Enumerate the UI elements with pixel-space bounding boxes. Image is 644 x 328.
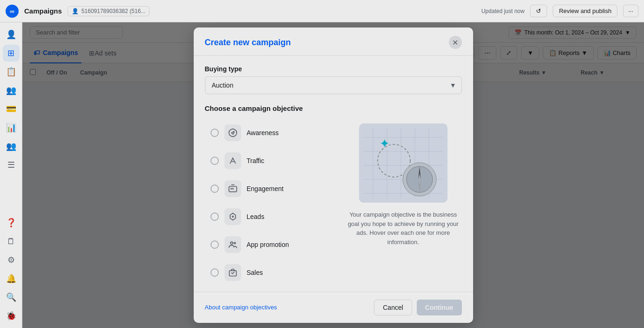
sidebar-icon-debug[interactable]: 🐞 bbox=[3, 308, 20, 324]
create-campaign-modal: Create new campaign ✕ Buying type Auctio… bbox=[194, 27, 473, 323]
modal-close-button[interactable]: ✕ bbox=[449, 36, 462, 49]
app-promotion-radio[interactable] bbox=[210, 240, 219, 249]
buying-type-label: Buying type bbox=[205, 65, 462, 73]
review-publish-button[interactable]: Review and publish bbox=[553, 5, 617, 17]
account-number: 516091789036382 (516... bbox=[81, 8, 145, 14]
close-icon: ✕ bbox=[452, 38, 458, 47]
traffic-icon bbox=[224, 152, 241, 169]
sidebar-icon-people[interactable]: 👥 bbox=[3, 82, 20, 99]
traffic-label: Traffic bbox=[247, 157, 264, 164]
sidebar-icon-audience[interactable]: 👥 bbox=[3, 138, 20, 155]
leads-label: Leads bbox=[247, 213, 264, 220]
modal-footer: About campaign objectives Cancel Continu… bbox=[194, 292, 473, 323]
svg-text:✦: ✦ bbox=[380, 137, 390, 150]
preview-illustration: ✦ bbox=[359, 123, 447, 203]
buying-type-select[interactable]: Auction Reservation No Buy bbox=[205, 76, 462, 94]
preview-description: Your campaign objective is the business … bbox=[345, 210, 461, 246]
modal-content-row: Awareness Traffic bbox=[205, 120, 462, 286]
awareness-icon bbox=[224, 124, 241, 141]
objectives-list: Awareness Traffic bbox=[205, 120, 334, 286]
svg-point-5 bbox=[234, 242, 235, 244]
about-objectives-link[interactable]: About campaign objectives bbox=[205, 304, 277, 311]
app-background: ∞ Campaigns 👤 516091789036382 (516... Up… bbox=[0, 0, 644, 328]
footer-buttons: Cancel Continue bbox=[374, 300, 461, 315]
modal-title: Create new campaign bbox=[205, 38, 291, 48]
awareness-radio[interactable] bbox=[210, 129, 219, 137]
modal-header: Create new campaign ✕ bbox=[194, 27, 473, 56]
objective-sales[interactable]: Sales bbox=[205, 260, 334, 286]
sidebar-icon-chart[interactable]: 📊 bbox=[3, 119, 20, 136]
sidebar-icon-user[interactable]: 👤 bbox=[3, 26, 20, 43]
awareness-label: Awareness bbox=[247, 129, 279, 137]
modal-overlay: Create new campaign ✕ Buying type Auctio… bbox=[22, 22, 644, 328]
sidebar-icon-grid[interactable]: ⊞ bbox=[3, 45, 20, 62]
sidebar-icon-search[interactable]: 🔍 bbox=[3, 289, 20, 306]
svg-point-4 bbox=[230, 242, 233, 244]
sidebar-icon-menu[interactable]: ☰ bbox=[3, 157, 20, 173]
cancel-button[interactable]: Cancel bbox=[374, 300, 412, 315]
objective-traffic[interactable]: Traffic bbox=[205, 148, 334, 174]
sidebar-icon-clipboard[interactable]: 📋 bbox=[3, 63, 20, 80]
objective-app-promotion[interactable]: App promotion bbox=[205, 232, 334, 258]
sales-radio[interactable] bbox=[210, 268, 219, 277]
update-status: Updated just now bbox=[481, 8, 525, 14]
engagement-radio[interactable] bbox=[210, 184, 219, 193]
sidebar: 👤 ⊞ 📋 👥 💳 📊 👥 ☰ ❓ 🗒 ⚙ 🔔 🔍 🐞 bbox=[0, 22, 22, 328]
objective-leads[interactable]: Leads bbox=[205, 204, 334, 230]
engagement-label: Engagement bbox=[247, 185, 284, 192]
page-title: Campaigns bbox=[24, 7, 62, 15]
modal-body: Buying type Auction Reservation No Buy ▼… bbox=[194, 56, 473, 292]
objective-engagement[interactable]: Engagement bbox=[205, 176, 334, 202]
sidebar-icon-notifications[interactable]: 🔔 bbox=[3, 270, 20, 287]
more-options-button[interactable]: ··· bbox=[623, 5, 638, 17]
account-selector[interactable]: 👤 516091789036382 (516... bbox=[68, 6, 149, 16]
traffic-radio[interactable] bbox=[210, 157, 219, 165]
objective-section-title: Choose a campaign objective bbox=[205, 104, 462, 112]
sidebar-icon-help[interactable]: ❓ bbox=[3, 214, 20, 231]
grid-illustration: ✦ bbox=[359, 123, 447, 203]
sales-label: Sales bbox=[247, 269, 263, 276]
main-content: 📅 This month: Oct 1, 2024 – Oct 29, 2024… bbox=[22, 22, 644, 328]
top-bar: ∞ Campaigns 👤 516091789036382 (516... Up… bbox=[0, 0, 644, 22]
preview-panel: ✦ Your campaign objective is the busines… bbox=[345, 120, 461, 286]
app-promotion-label: App promotion bbox=[247, 241, 289, 248]
objective-awareness[interactable]: Awareness bbox=[205, 120, 334, 146]
svg-rect-7 bbox=[359, 123, 447, 203]
buying-type-field: Auction Reservation No Buy ▼ bbox=[205, 76, 462, 94]
app-promotion-icon bbox=[224, 236, 241, 253]
continue-button[interactable]: Continue bbox=[417, 300, 462, 315]
refresh-button[interactable]: ↺ bbox=[530, 5, 547, 17]
leads-radio[interactable] bbox=[210, 212, 219, 221]
main-layout: 👤 ⊞ 📋 👥 💳 📊 👥 ☰ ❓ 🗒 ⚙ 🔔 🔍 🐞 📅 bbox=[0, 22, 644, 328]
meta-logo: ∞ bbox=[6, 5, 19, 18]
leads-icon bbox=[224, 208, 241, 225]
sidebar-icon-settings[interactable]: ⚙ bbox=[3, 252, 20, 268]
sidebar-icon-payment[interactable]: 💳 bbox=[3, 101, 20, 117]
sales-icon bbox=[224, 264, 241, 281]
engagement-icon bbox=[224, 180, 241, 197]
sidebar-icon-notes[interactable]: 🗒 bbox=[3, 233, 20, 250]
